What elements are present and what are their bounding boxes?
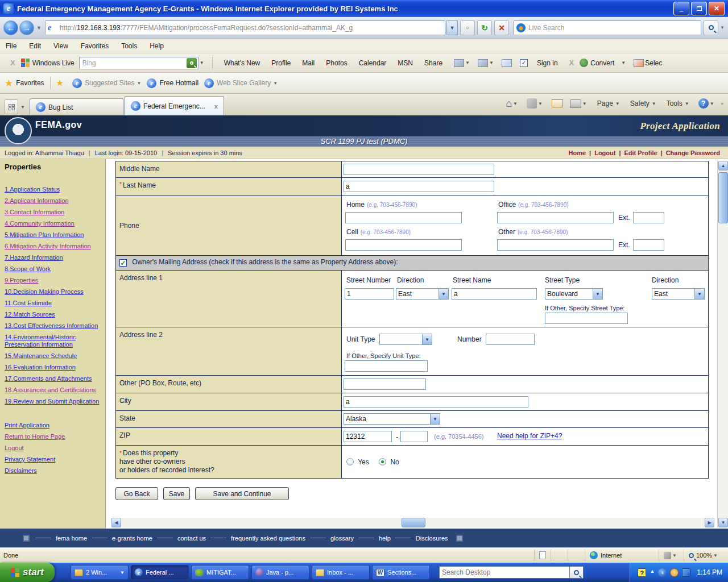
footer-glossary[interactable]: glossary (330, 535, 354, 542)
desktop-search[interactable] (439, 566, 584, 579)
state-select[interactable]: Alaska▼ (344, 413, 440, 425)
tab-bug-list[interactable]: e Bug List (30, 98, 123, 115)
forward-button[interactable]: → (19, 20, 34, 35)
sidebar-item-contact-information[interactable]: 3.Contact Information (5, 209, 101, 216)
tray-show-hidden-icon[interactable]: ▲ (650, 568, 655, 577)
suggested-sites-dropdown[interactable]: ▼ (136, 81, 141, 86)
coowners-no-radio[interactable] (379, 458, 386, 465)
tray-network-icon[interactable] (682, 568, 690, 577)
web-slice-dropdown[interactable]: ▼ (273, 81, 278, 86)
sidebar-item-community-information[interactable]: 4.Community Information (5, 220, 101, 227)
footer-faq[interactable]: frequently asked questions (231, 535, 305, 542)
toolbar-close-icon[interactable]: X (10, 59, 15, 67)
desktop-search-input[interactable] (439, 566, 570, 579)
back-button[interactable]: ← (3, 20, 18, 35)
save-and-continue-button[interactable]: Save and Continue (195, 487, 289, 500)
footer-egrants-home[interactable]: e-grants home (112, 535, 152, 542)
taskbar-mitigat[interactable]: MITIGAT... (191, 565, 249, 580)
direction2-select[interactable]: East▼ (652, 288, 705, 300)
search-button[interactable] (704, 20, 718, 35)
add-favorite-icon[interactable]: ★ (56, 78, 64, 88)
link-mail[interactable]: Mail (302, 59, 315, 67)
restore-button[interactable] (691, 2, 707, 15)
safety-menu[interactable]: Safety▼ (629, 99, 659, 107)
menu-file[interactable]: File (6, 42, 16, 50)
sidebar-item-hazard-information[interactable]: 7.Hazard Information (5, 254, 101, 261)
taskbar-federal[interactable]: eFederal ... (131, 565, 189, 580)
street-number-input[interactable] (345, 288, 394, 300)
sidebar-privacy-statement[interactable]: Privacy Statement (5, 456, 101, 463)
tab-federal-emergency[interactable]: e Federal Emergenc... x (125, 96, 224, 115)
sidebar-item-environmental-historic[interactable]: 14.Environmental/Historic Preservation I… (5, 334, 101, 348)
link-profile[interactable]: Profile (271, 59, 291, 67)
taskbar-java[interactable]: Java - p... (251, 565, 309, 580)
sidebar-item-evaluation-information[interactable]: 16.Evaluation Information (5, 364, 101, 371)
menu-help[interactable]: Help (150, 42, 164, 50)
menu-favorites[interactable]: Favorites (81, 42, 109, 50)
refresh-button[interactable]: ↻ (477, 20, 492, 35)
link-msn[interactable]: MSN (398, 59, 413, 67)
scroll-right-arrow[interactable]: ▶ (705, 518, 714, 527)
select-link[interactable]: Selec (645, 59, 662, 67)
start-button[interactable]: start (0, 563, 55, 582)
search-options-dropdown[interactable]: ▼ (720, 25, 725, 30)
link-photos[interactable]: Photos (326, 59, 347, 67)
zoom-control[interactable]: 100% ▼ (684, 550, 725, 561)
phone-other-ext-input[interactable] (633, 239, 664, 251)
sidebar-item-cost-estimate[interactable]: 11.Cost Estimate (5, 300, 101, 307)
sidebar-return-home[interactable]: Return to Home Page (5, 433, 101, 440)
save-button[interactable]: Save (163, 487, 190, 500)
sidebar-item-scope-of-work[interactable]: 8.Scope of Work (5, 265, 101, 273)
zip-plus4-input[interactable] (400, 431, 428, 442)
other-po-input[interactable] (344, 379, 426, 390)
menu-view[interactable]: View (53, 42, 68, 50)
horizontal-scrollbar[interactable]: ◀ ▶ (111, 518, 714, 527)
email-note-dropdown[interactable]: ▼ (489, 60, 494, 65)
link-calendar[interactable]: Calendar (359, 59, 387, 67)
phone-office-input[interactable] (497, 212, 614, 223)
url-text[interactable]: http://192.168.3.193:7777/FEMAMitigation… (60, 24, 442, 32)
unit-number-input[interactable] (486, 334, 535, 345)
photo-share-icon[interactable] (454, 59, 464, 67)
toolbar-close2-icon[interactable]: X (569, 59, 574, 67)
phone-home-input[interactable] (345, 212, 462, 223)
go-back-button[interactable]: Go Back (115, 487, 158, 500)
translate-icon[interactable] (502, 59, 512, 67)
sidebar-disclaimers[interactable]: Disclaimers (5, 467, 101, 475)
vertical-scroll-thumb[interactable] (718, 172, 728, 223)
tools-menu[interactable]: Tools▼ (665, 99, 692, 107)
taskbar-sections[interactable]: WSections... (372, 565, 430, 580)
email-note-icon[interactable] (478, 59, 488, 67)
other-street-type-input[interactable] (545, 313, 628, 324)
sidebar-item-maintenance-schedule[interactable]: 15.Maintenance Schedule (5, 352, 101, 360)
tab-list-dropdown[interactable]: ▼ (20, 105, 25, 110)
sidebar-item-mitigation-activity[interactable]: 6.Mitigation Activity Information (5, 243, 101, 250)
zip-input[interactable] (344, 431, 392, 442)
bing-dropdown[interactable]: ▼ (200, 60, 204, 65)
sidebar-item-properties[interactable]: 9.Properties (5, 277, 101, 284)
sidebar-item-comments-attachments[interactable]: 17.Comments and Attachments (5, 375, 101, 383)
favorites-button[interactable]: Favorites (16, 79, 44, 87)
address-box[interactable]: e http://192.168.3.193:7777/FEMAMitigati… (45, 20, 445, 35)
print-icon[interactable]: ▼ (570, 99, 589, 108)
stop-button[interactable]: ✕ (494, 20, 509, 35)
sidebar-print-application[interactable]: Print Application (5, 422, 101, 429)
suggested-sites-link[interactable]: Suggested Sites (85, 79, 134, 87)
address-dropdown[interactable]: ▼ (446, 20, 458, 35)
sidebar-item-cost-effectiveness[interactable]: 13.Cost Effectiveness Information (5, 322, 101, 330)
last-name-input[interactable] (344, 181, 494, 192)
phone-office-ext-input[interactable] (633, 212, 664, 223)
phone-cell-input[interactable] (345, 239, 462, 251)
other-unit-type-input[interactable] (345, 360, 428, 372)
footer-help[interactable]: help (379, 535, 391, 542)
tray-help-icon[interactable]: ? (638, 568, 646, 577)
rss-feeds-icon[interactable]: ▼ (527, 98, 545, 109)
footer-fema-home[interactable]: fema home (56, 535, 87, 542)
read-mail-icon[interactable] (552, 99, 563, 107)
sidebar-item-application-status[interactable]: 1.Application Status (5, 186, 101, 193)
convert-link[interactable]: Convert (590, 59, 614, 67)
quick-tabs-icon[interactable] (5, 99, 18, 114)
vertical-scrollbar[interactable]: ▲ ▼ (717, 161, 728, 527)
sign-in-link[interactable]: Sign in (537, 59, 558, 67)
zip-help-link[interactable]: Need help for ZIP+4? (497, 432, 562, 440)
